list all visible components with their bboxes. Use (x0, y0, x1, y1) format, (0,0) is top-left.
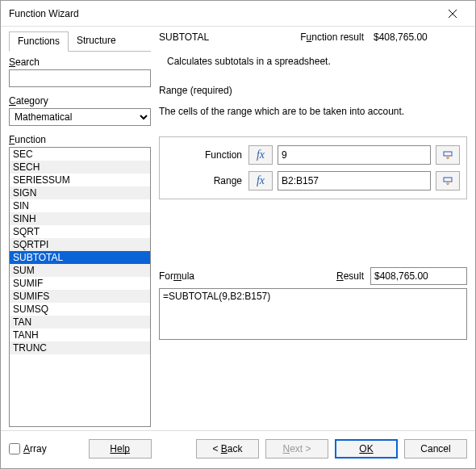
function-result-value: $408,765.00 (370, 31, 467, 43)
tab-bar: Functions Structure (9, 31, 151, 52)
close-icon (449, 10, 457, 18)
array-checkbox-wrap[interactable]: Array (9, 443, 47, 454)
arg-function-input[interactable] (278, 145, 431, 165)
fx-button-range[interactable]: fx (248, 171, 273, 191)
function-list-item[interactable]: SQRT (10, 225, 150, 238)
ok-button[interactable]: OK (335, 439, 398, 459)
argument-description: The cells of the range which are to be t… (159, 106, 467, 117)
argument-heading: Range (required) (159, 85, 467, 96)
array-checkbox[interactable] (9, 443, 20, 454)
fx-icon: fx (257, 174, 265, 187)
search-label: Search (9, 57, 151, 68)
function-label: Function (9, 134, 151, 145)
function-list-item[interactable]: SECH (10, 161, 150, 174)
back-button[interactable]: < Back (196, 439, 259, 459)
fx-icon: fx (257, 149, 265, 161)
function-wizard-dialog: Function Wizard Functions Structure Sear… (0, 0, 476, 469)
svg-rect-2 (444, 152, 452, 156)
arguments-panel: Function fx Range fx (159, 136, 467, 199)
top-info-row: SUBTOTAL Function result $408,765.00 (159, 31, 467, 49)
function-list-item[interactable]: TANH (10, 329, 150, 341)
function-list-item[interactable]: SUBTOTAL (10, 251, 150, 264)
function-list-item[interactable]: SQRTPI (10, 238, 150, 251)
fx-button-function[interactable]: fx (248, 145, 273, 165)
svg-rect-3 (444, 178, 452, 182)
window-title: Function Wizard (9, 8, 436, 19)
titlebar: Function Wizard (1, 1, 475, 27)
search-input[interactable] (9, 69, 151, 87)
shrink-button-range[interactable] (436, 171, 460, 191)
result-value (370, 267, 467, 285)
category-label: Category (9, 95, 151, 107)
function-list-item[interactable]: SUMIF (10, 277, 150, 290)
result-label: Result (336, 270, 364, 282)
help-button[interactable]: Help (89, 439, 152, 459)
formula-label: Formula (159, 270, 194, 282)
formula-textarea[interactable]: =SUBTOTAL(9,B2:B157) (159, 288, 467, 340)
close-button[interactable] (436, 2, 469, 25)
selected-function-name: SUBTOTAL (159, 31, 209, 43)
arg-row-function: Function fx (166, 145, 460, 165)
shrink-button-function[interactable] (436, 145, 460, 165)
function-list-item[interactable]: SIGN (10, 186, 150, 199)
formula-header-row: Formula Result (159, 267, 467, 285)
arg-row-range: Range fx (166, 171, 460, 191)
shrink-icon (442, 175, 453, 186)
function-list-item[interactable]: SIN (10, 199, 150, 212)
bottom-bar: Array Help < Back Next > OK Cancel (1, 430, 475, 468)
function-list-item[interactable]: TRUNC (10, 341, 150, 354)
left-column: Functions Structure Search Category Math… (9, 31, 151, 427)
array-label: Array (23, 443, 47, 454)
arg-range-input[interactable] (278, 171, 431, 191)
function-result-label: Function result (300, 31, 364, 43)
function-description: Calculates subtotals in a spreadsheet. (159, 49, 467, 85)
tab-functions[interactable]: Functions (9, 31, 69, 52)
tab-structure[interactable]: Structure (69, 31, 124, 51)
function-list-item[interactable]: SUM (10, 264, 150, 277)
next-button[interactable]: Next > (265, 439, 328, 459)
function-list-item[interactable]: SINH (10, 212, 150, 225)
function-list-item[interactable]: SEC (10, 148, 150, 161)
function-list-item[interactable]: SUMIFS (10, 290, 150, 303)
cancel-button[interactable]: Cancel (404, 439, 467, 459)
shrink-icon (442, 149, 453, 161)
category-select[interactable]: Mathematical (9, 108, 151, 126)
function-list-item[interactable]: SUMSQ (10, 303, 150, 316)
function-list-item[interactable]: TAN (10, 316, 150, 329)
content-area: Functions Structure Search Category Math… (1, 27, 475, 430)
function-list-item[interactable]: SERIESSUM (10, 174, 150, 186)
arg-function-label: Function (166, 149, 244, 161)
function-list[interactable]: SECSECHSERIESSUMSIGNSINSINHSQRTSQRTPISUB… (9, 147, 151, 427)
arg-range-label: Range (166, 175, 244, 186)
right-column: SUBTOTAL Function result $408,765.00 Cal… (159, 31, 467, 427)
